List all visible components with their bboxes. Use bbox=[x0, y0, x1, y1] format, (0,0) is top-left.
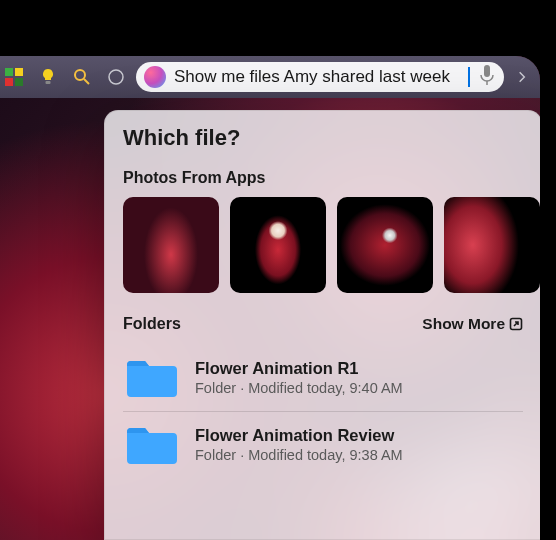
siri-icon bbox=[144, 66, 166, 88]
spotlight-search-bar[interactable]: Show me files Amy shared last week bbox=[136, 62, 504, 92]
photo-thumbnail[interactable] bbox=[337, 197, 433, 293]
microphone-icon[interactable] bbox=[478, 63, 496, 91]
results-question: Which file? bbox=[123, 125, 523, 151]
section-label-photos: Photos From Apps bbox=[123, 169, 523, 187]
svg-rect-3 bbox=[15, 78, 23, 86]
folder-row[interactable]: Flower Animation Review Folder · Modifie… bbox=[123, 412, 523, 478]
activity-monitor-icon[interactable] bbox=[0, 63, 28, 91]
show-more-label: Show More bbox=[422, 315, 505, 333]
folder-subtitle: Folder · Modified today, 9:38 AM bbox=[195, 446, 403, 464]
show-more-button[interactable]: Show More bbox=[422, 315, 523, 333]
folder-row[interactable]: Flower Animation R1 Folder · Modified to… bbox=[123, 345, 523, 411]
folder-meta: Flower Animation Review Folder · Modifie… bbox=[195, 426, 403, 465]
chevron-right-icon[interactable] bbox=[510, 65, 534, 89]
svg-rect-4 bbox=[46, 81, 51, 84]
svg-rect-8 bbox=[484, 65, 490, 77]
tips-icon[interactable] bbox=[34, 63, 62, 91]
menu-bar: Show me files Amy shared last week bbox=[0, 56, 540, 98]
folder-meta: Flower Animation R1 Folder · Modified to… bbox=[195, 359, 403, 398]
svg-point-5 bbox=[75, 70, 85, 80]
spotlight-results-panel: Which file? Photos From Apps Folders Sho… bbox=[104, 110, 540, 540]
magnifier-icon[interactable] bbox=[68, 63, 96, 91]
menu-extra-icon[interactable] bbox=[102, 63, 130, 91]
photo-thumbnail[interactable] bbox=[230, 197, 326, 293]
popout-icon bbox=[509, 317, 523, 331]
screen: Show me files Amy shared last week Which… bbox=[0, 56, 540, 540]
section-label-folders: Folders bbox=[123, 315, 181, 333]
svg-line-6 bbox=[84, 79, 89, 84]
photo-thumbnail[interactable] bbox=[444, 197, 540, 293]
search-input[interactable]: Show me files Amy shared last week bbox=[174, 67, 470, 87]
folder-name: Flower Animation R1 bbox=[195, 359, 403, 379]
svg-rect-2 bbox=[5, 78, 13, 86]
folder-name: Flower Animation Review bbox=[195, 426, 403, 446]
svg-point-7 bbox=[109, 70, 123, 84]
svg-rect-0 bbox=[5, 68, 13, 76]
folder-icon bbox=[123, 355, 181, 401]
photos-thumbnails bbox=[123, 197, 523, 293]
svg-rect-1 bbox=[15, 68, 23, 76]
folder-icon bbox=[123, 422, 181, 468]
photo-thumbnail[interactable] bbox=[123, 197, 219, 293]
folder-subtitle: Folder · Modified today, 9:40 AM bbox=[195, 379, 403, 397]
